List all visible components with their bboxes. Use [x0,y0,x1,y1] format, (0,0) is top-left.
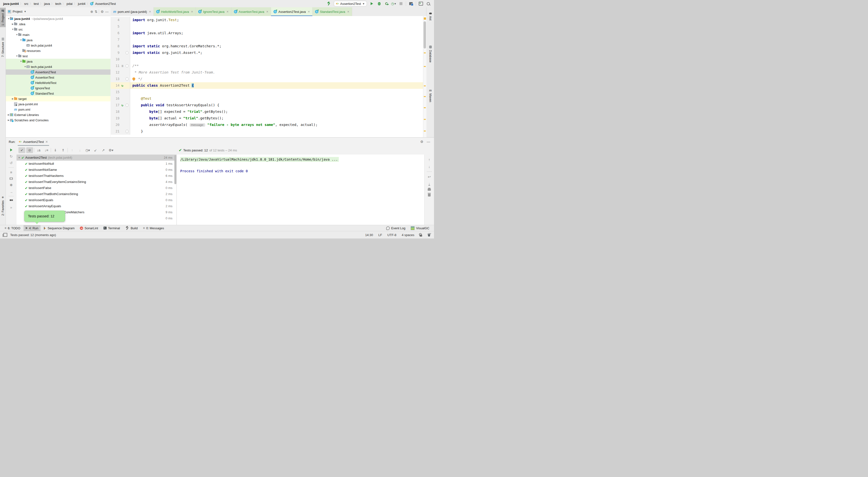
breadcrumb-item[interactable]: junit4 [77,2,86,6]
status-widget-14-30[interactable]: 14:30 [365,233,373,237]
tree-row[interactable]: ▼main [6,32,111,37]
code-line[interactable]: 11≣/** [111,63,426,69]
scroll-down-button[interactable]: ↓ [428,165,430,169]
tree-toggle-icon[interactable]: ▶ [11,23,14,25]
status-widget-lf[interactable]: LF [378,233,382,237]
fold-marker-icon[interactable] [126,51,128,54]
sort-alphabetically-button[interactable]: ↓a [35,147,42,153]
code-line[interactable]: 5 [111,23,426,30]
code-line[interactable]: 20 assertArrayEquals( message: "failure … [111,122,426,128]
code-line[interactable]: 14↻public class Assertion2Test { [111,82,426,89]
tree-row[interactable]: CHelloWorldTest [6,80,111,86]
code-line[interactable]: 13 */ [111,76,426,82]
locate-file-button[interactable]: ⊕ [90,10,93,13]
test-result-row[interactable]: ▼✔Assertion2Test(tech.pdai.junit4)24 ms [17,155,176,161]
tree-row[interactable]: CStandardTest [6,91,111,96]
test-history-button[interactable]: ◷▾ [84,147,91,153]
export-test-results-button[interactable]: ↗ [100,147,106,153]
tree-row[interactable]: ▶Scratches and Consoles [6,117,111,123]
tree-toggle-icon[interactable]: ▼ [24,66,27,68]
tree-toggle-icon[interactable]: ▼ [11,28,14,31]
breadcrumb[interactable]: java-junit4〉src〉test〉java〉tech〉pdai〉juni… [0,2,117,6]
javadoc-gutter-icon[interactable]: ≣ [120,63,125,69]
stripe-mark[interactable] [424,18,426,20]
fold-marker-icon[interactable] [126,77,128,80]
tree-row[interactable]: ▶External Libraries [6,112,111,117]
tab-ignoretest-java[interactable]: CIgnoreTest.java✕ [196,7,231,16]
profiler-button[interactable]: ◷▼ [391,1,396,6]
gear-icon[interactable]: ⚙ [100,10,104,13]
status-widget-4-spaces[interactable]: 4 spaces [402,233,414,237]
breadcrumb-item[interactable]: src [23,2,29,6]
soft-wrap-button[interactable]: ↩ [428,175,431,179]
project-structure-button[interactable] [408,1,413,6]
sidebar-item-database[interactable]: Database [427,44,434,64]
sidebar-item-maven[interactable]: mMaven [427,87,434,104]
code-line[interactable]: 21 } [111,128,426,135]
fold-marker-icon[interactable] [126,64,128,67]
code-line[interactable]: 7 [111,36,426,43]
thread-dump-button[interactable] [9,176,13,181]
run-configuration-select[interactable]: Assertion2Test ▼ [334,1,367,6]
hide-panel-button[interactable]: — [427,140,430,144]
breadcrumb-item[interactable]: test [33,2,39,6]
test-result-row[interactable]: ✔testAssertNotNull1 ms [17,161,176,167]
tool-window-switcher-icon[interactable] [3,233,7,237]
tree-row[interactable]: ▼src [6,27,111,32]
breadcrumb-item[interactable]: java-junit4 [2,2,20,6]
tree-scrollbar-thumb[interactable] [175,155,176,184]
tab-standardtest-java[interactable]: CStandardTest.java✕ [313,7,352,16]
tree-row[interactable]: ▼java [6,37,111,43]
tab-assertiontest-java[interactable]: CAssertionTest.java✕ [231,7,271,16]
search-everywhere-button[interactable] [426,1,431,6]
code-line[interactable]: 12 * More Assertion Test from Junit-Team… [111,69,426,76]
sort-by-duration-button[interactable]: ↓≡ [43,147,50,153]
sidebar-item-2-favorites[interactable]: 2: Favorites★ [0,194,6,217]
tab-helloworldtest-java[interactable]: CHelloWorldTest.java✕ [154,7,196,16]
tree-row[interactable]: mpom.xml [6,107,111,112]
scroll-up-button[interactable]: ↑ [428,158,430,162]
sidebar-item-ant[interactable]: Ant [427,11,434,22]
debug-button[interactable] [377,1,381,6]
tree-row[interactable]: ▼test [6,54,111,59]
stripe-mark[interactable] [424,86,426,87]
breadcrumb-item[interactable]: Assertion2Test [94,2,117,6]
fold-marker-icon[interactable] [126,104,128,107]
console-output[interactable]: /Library/Java/JavaVirtualMachines/jdk1.8… [177,155,424,225]
stripe-mark[interactable] [424,119,426,120]
tree-row[interactable]: ▶target [6,96,111,101]
stripe-mark[interactable] [424,107,426,108]
tree-toggle-icon[interactable]: ▶ [7,113,10,116]
toolwindow-button-build[interactable]: Build [123,225,140,231]
test-result-row[interactable]: ✔testAssertThatBothContainsString2 ms [17,191,176,197]
breadcrumb-item[interactable]: java [43,2,51,6]
tree-toggle-icon[interactable]: ▼ [16,33,18,36]
run-test-gutter-icon[interactable]: ↻ [120,102,125,108]
tree-row[interactable]: java-junit4.iml [6,101,111,107]
toolwindow-button-visualgc[interactable]: VisualGC [408,225,432,231]
editor-scrollbar-thumb[interactable] [424,21,426,48]
close-icon[interactable]: ✕ [191,10,193,13]
editor-error-stripe[interactable] [423,16,427,137]
code-line[interactable]: 17↻ public void testAssertArrayEquals() … [111,102,426,108]
collapse-all-button[interactable]: ⇅ [95,10,98,13]
code-line[interactable]: 6import java.util.Arrays; [111,30,426,36]
sidebar-item-7-structure[interactable]: 7: Structure [0,36,6,59]
close-icon[interactable]: ✕ [149,10,151,13]
tree-toggle-icon[interactable]: ▶ [11,98,14,100]
tab-pom-xml-java-junit4-[interactable]: mpom.xml (java-junit4)✕ [111,7,154,16]
close-icon[interactable]: ✕ [266,10,268,13]
code-line[interactable]: 10 [111,56,426,63]
toolwindow-button-sequence-diagram[interactable]: Sequence Diagram [41,225,77,231]
expand-all-button[interactable]: ⇓ [52,147,59,153]
inspections-profile-icon[interactable] [428,233,431,237]
tree-toggle-icon[interactable]: ▼ [18,157,21,159]
rerun-failed-tests-button[interactable]: ↻ [10,154,13,159]
test-result-row[interactable]: ✔testAssertNotSame0 ms [17,167,176,173]
tree-row[interactable]: CIgnoreTest [6,86,111,91]
tree-toggle-icon[interactable]: ▶ [7,119,10,121]
toggle-auto-test-button[interactable]: ↺ [10,161,13,165]
attach-debugger-button[interactable]: ✱ [10,183,13,187]
show-passed-toggle[interactable]: ✔ [19,147,25,153]
tree-row[interactable]: ▼java-junit4~/pdai/www/java-junit4 [6,16,111,21]
